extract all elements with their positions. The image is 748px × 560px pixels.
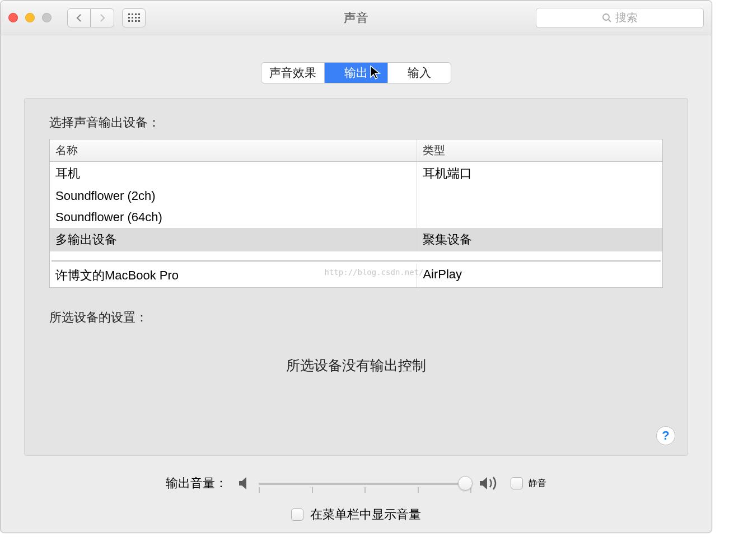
traffic-lights [8, 13, 52, 22]
table-divider [52, 260, 661, 262]
device-name: 耳机 [50, 162, 417, 185]
back-button[interactable] [67, 8, 91, 27]
chevron-right-icon [99, 13, 106, 22]
sound-preferences-window: 声音 搜索 声音效果 输出 输入 选择声音输出设备： 名称 类型 耳机 耳机端口 [0, 0, 712, 533]
table-row[interactable]: Soundflower (64ch) [50, 207, 662, 228]
device-name: Soundflower (2ch) [50, 185, 417, 207]
header-type[interactable]: 类型 [417, 139, 662, 161]
device-type: 耳机端口 [417, 162, 662, 185]
volume-slider[interactable] [259, 482, 471, 485]
device-table: 名称 类型 耳机 耳机端口 Soundflower (2ch) Soundflo… [49, 139, 663, 288]
window-title: 声音 [344, 10, 368, 26]
search-placeholder: 搜索 [615, 10, 638, 25]
help-button[interactable]: ? [656, 426, 675, 445]
device-name: 多输出设备 [50, 228, 417, 251]
show-in-menubar-checkbox[interactable] [291, 508, 303, 521]
mute-label: 静音 [529, 478, 546, 489]
content-area: 声音效果 输出 输入 选择声音输出设备： 名称 类型 耳机 耳机端口 Sound… [1, 35, 712, 523]
grid-icon [128, 13, 140, 22]
no-output-controls-text: 所选设备没有输出控制 [49, 356, 663, 375]
svg-point-0 [603, 14, 609, 20]
maximize-button[interactable] [42, 13, 52, 22]
device-type [417, 207, 662, 228]
help-icon: ? [662, 428, 669, 443]
tab-output[interactable]: 输出 [325, 63, 388, 83]
show-all-button[interactable] [122, 8, 146, 27]
slider-ticks [259, 487, 471, 493]
volume-slider-group [237, 475, 501, 492]
device-type [417, 185, 662, 207]
output-panel: 选择声音输出设备： 名称 类型 耳机 耳机端口 Soundflower (2ch… [24, 98, 688, 456]
tab-sound-effects[interactable]: 声音效果 [261, 63, 325, 83]
table-row[interactable]: 耳机 耳机端口 [50, 162, 662, 185]
output-volume-label: 输出音量： [166, 475, 227, 492]
select-device-label: 选择声音输出设备： [49, 114, 663, 131]
minimize-button[interactable] [25, 13, 35, 22]
forward-button[interactable] [91, 8, 114, 27]
mute-checkbox[interactable] [511, 477, 523, 489]
show-in-menubar-row: 在菜单栏中显示音量 [24, 506, 688, 523]
nav-group [67, 8, 114, 27]
table-header: 名称 类型 [50, 139, 662, 162]
output-volume-row: 输出音量： 静音 [24, 475, 688, 492]
titlebar: 声音 搜索 [1, 1, 712, 35]
speaker-low-icon [237, 475, 252, 491]
show-in-menubar-label: 在菜单栏中显示音量 [310, 506, 421, 523]
mute-group: 静音 [511, 477, 546, 489]
device-type: AirPlay [417, 264, 662, 287]
speaker-high-icon [478, 475, 501, 492]
slider-knob[interactable] [458, 476, 473, 491]
tab-bar: 声音效果 输出 输入 [261, 62, 451, 83]
slider-track [259, 483, 471, 485]
table-row[interactable]: 多输出设备 聚集设备 [50, 228, 662, 251]
table-row[interactable]: Soundflower (2ch) [50, 185, 662, 207]
table-spacer [50, 251, 662, 258]
header-name[interactable]: 名称 [50, 139, 417, 161]
watermark-text: http://blog.csdn.net/ [324, 268, 423, 277]
search-icon [602, 13, 612, 23]
device-type: 聚集设备 [417, 228, 662, 251]
selected-device-settings-label: 所选设备的设置： [49, 309, 663, 326]
search-input[interactable]: 搜索 [536, 8, 704, 28]
device-name: Soundflower (64ch) [50, 207, 417, 228]
close-button[interactable] [8, 13, 18, 22]
tab-input[interactable]: 输入 [388, 63, 451, 83]
svg-line-1 [609, 20, 611, 22]
chevron-left-icon [76, 13, 82, 22]
